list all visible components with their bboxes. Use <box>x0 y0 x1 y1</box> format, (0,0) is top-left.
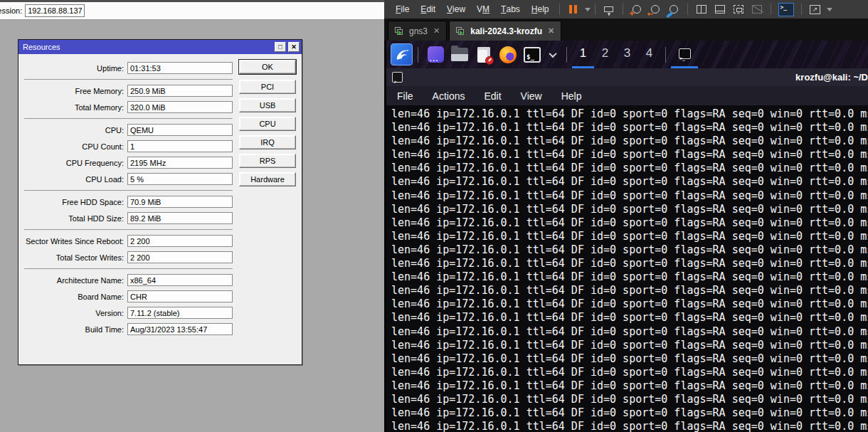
winbox-window: Session: Resources □ ✕ Uptime: 01:31:53 <box>0 0 384 432</box>
session-input[interactable] <box>25 4 85 17</box>
unity-mode-icon <box>749 2 765 16</box>
terminal-menu-item[interactable]: Edit <box>484 90 501 102</box>
field-label: Free Memory: <box>23 87 127 95</box>
app-launcher-icon[interactable] <box>426 43 445 65</box>
close-icon[interactable]: ✕ <box>288 42 300 52</box>
console-view-icon[interactable]: >_ <box>777 2 795 16</box>
terminal-menu-item[interactable]: Actions <box>433 90 465 102</box>
vmware-menu-item[interactable]: VM <box>471 4 495 14</box>
terminal-menu-item[interactable]: File <box>397 90 413 102</box>
resource-field-row: Uptime: 01:31:53 <box>23 60 233 76</box>
terminal-line: len=46 ip=172.16.0.1 ttl=64 DF id=0 spor… <box>391 203 868 216</box>
terminal-line: len=46 ip=172.16.0.1 ttl=64 DF id=0 spor… <box>391 257 868 270</box>
field-value[interactable]: 70.9 MiB <box>127 196 233 208</box>
terminal-menu-item[interactable]: Help <box>561 90 582 102</box>
terminal-line: len=46 ip=172.16.0.1 ttl=64 DF id=0 spor… <box>391 189 868 203</box>
field-value[interactable]: 250.9 MiB <box>127 85 233 97</box>
resource-field-row: CPU Load: 5 % <box>23 171 233 187</box>
resources-dialog-body: Uptime: 01:31:53 Free Memory: 250.9 MiB … <box>18 54 302 337</box>
dialog-button[interactable]: IRQ <box>239 135 296 149</box>
dialog-button[interactable]: PCI <box>239 80 296 94</box>
dialog-button[interactable]: CPU <box>239 117 296 131</box>
revert-snapshot-icon[interactable]: ← <box>647 2 663 16</box>
suspend-dropdown-icon[interactable] <box>585 8 591 11</box>
panel-separator <box>665 47 666 63</box>
tab-close-icon[interactable]: ✕ <box>433 26 440 36</box>
dialog-title: Resources <box>23 43 272 51</box>
suspend-icon[interactable] <box>566 2 581 16</box>
file-manager-icon[interactable] <box>450 43 469 65</box>
vm-tab-label: kali-2024.3-krozfu <box>470 26 542 36</box>
field-value[interactable]: 1 <box>127 140 233 152</box>
taskbar-terminal-window-button[interactable]: >_ <box>671 41 698 68</box>
firefox-icon[interactable] <box>499 43 517 65</box>
workspace-button[interactable]: 1 <box>572 41 594 68</box>
terminal-line: len=46 ip=172.16.0.1 ttl=64 DF id=0 spor… <box>391 148 868 162</box>
resource-field-row: Total Memory: 320.0 MiB <box>23 99 233 115</box>
resource-field-row: Total Sector Writes: 2 200 <box>23 249 233 265</box>
toolbar-separator <box>801 4 802 15</box>
dialog-button[interactable]: OK <box>239 60 296 74</box>
field-value[interactable]: 01:31:53 <box>127 62 233 74</box>
vmware-menu-item[interactable]: Help <box>526 4 555 14</box>
vmware-menu-item[interactable]: File <box>390 4 415 14</box>
field-label: CPU Count: <box>23 142 127 151</box>
stretch-guest-icon[interactable]: ↗ <box>808 2 823 16</box>
field-value[interactable]: 5 % <box>127 173 233 185</box>
vm-tab[interactable]: kali-2024.3-krozfu ✕ <box>449 21 561 41</box>
terminal-output[interactable]: len=46 ip=172.16.0.1 ttl=64 DF id=0 spor… <box>386 105 868 432</box>
field-value[interactable]: 2195 MHz <box>127 157 233 169</box>
field-value[interactable]: 2 200 <box>127 251 233 263</box>
dialog-button[interactable]: Hardware <box>239 172 296 186</box>
terminal-menu-item[interactable]: View <box>521 90 542 102</box>
resources-dialog: Resources □ ✕ Uptime: 01:31:53 Free Memo… <box>18 39 302 365</box>
field-label: Sector Writes Since Reboot: <box>23 237 127 246</box>
chevron-down-icon[interactable] <box>547 43 559 65</box>
field-label: Free HDD Space: <box>23 198 127 206</box>
dialog-button[interactable]: RPS <box>239 154 296 168</box>
send-ctrl-alt-del-icon[interactable] <box>601 2 617 16</box>
resource-field-row: Version: 7.11.2 (stable) <box>23 305 233 321</box>
tab-close-icon[interactable]: ✕ <box>548 26 554 36</box>
field-value[interactable]: 7.11.2 (stable) <box>127 307 233 319</box>
terminal-window-icon: > <box>392 72 403 83</box>
terminal-line: len=46 ip=172.16.0.1 ttl=64 DF id=0 spor… <box>391 270 868 284</box>
field-value[interactable]: x86_64 <box>127 274 233 286</box>
workspace-button[interactable]: 2 <box>594 41 616 68</box>
vmware-menu-item[interactable]: Tabs <box>495 4 526 14</box>
terminal-icon[interactable]: $_ <box>523 43 541 65</box>
kali-desktop: $_ 1 2 3 4 >_ <box>384 41 868 432</box>
fullscreen-icon[interactable] <box>731 2 746 16</box>
workspace-button[interactable]: 3 <box>616 41 638 68</box>
show-library-icon[interactable] <box>694 2 709 16</box>
vmware-tabbar: gns3 ✕ kali-2024.3-krozfu ✕ <box>384 19 868 41</box>
kali-menu-icon[interactable] <box>391 43 413 65</box>
maximize-icon[interactable]: □ <box>275 42 286 52</box>
stretch-dropdown-icon[interactable] <box>827 8 832 11</box>
field-label: Total HDD Size: <box>23 214 127 223</box>
vmware-menu-item[interactable]: Edit <box>415 4 441 14</box>
field-label: Board Name: <box>23 293 127 301</box>
text-editor-icon[interactable] <box>475 43 493 65</box>
dialog-buttons: OK PCI USB CPU IRQ RPS Hardware <box>239 60 296 337</box>
terminal-line: len=46 ip=172.16.0.1 ttl=64 DF id=0 spor… <box>391 325 868 339</box>
resource-field-row: Board Name: CHR <box>23 288 233 305</box>
resources-dialog-titlebar[interactable]: Resources □ ✕ <box>18 40 302 54</box>
terminal-titlebar[interactable]: > krozfu@kali: ~/D <box>386 68 868 86</box>
vm-powered-on-icon <box>395 27 405 36</box>
vmware-menu-item[interactable]: View <box>441 4 471 14</box>
field-value[interactable]: 89.2 MiB <box>127 212 233 224</box>
field-value[interactable]: CHR <box>127 290 233 302</box>
manage-snapshots-icon[interactable] <box>666 2 682 16</box>
take-snapshot-icon[interactable]: + <box>629 2 645 16</box>
dialog-button[interactable]: USB <box>239 98 296 112</box>
vm-tab[interactable]: gns3 ✕ <box>388 21 447 41</box>
terminal-title: krozfu@kali: ~/D <box>795 72 868 83</box>
field-value[interactable]: 2 200 <box>127 235 233 247</box>
field-value[interactable]: Aug/31/2023 13:55:47 <box>127 323 233 335</box>
field-value[interactable]: 320.0 MiB <box>127 101 233 113</box>
show-thumbnail-bar-icon[interactable] <box>712 2 728 16</box>
vmware-window: File Edit View VM Tabs Help + ← <box>384 0 868 432</box>
workspace-button[interactable]: 4 <box>638 41 660 68</box>
field-value[interactable]: QEMU <box>127 124 233 136</box>
